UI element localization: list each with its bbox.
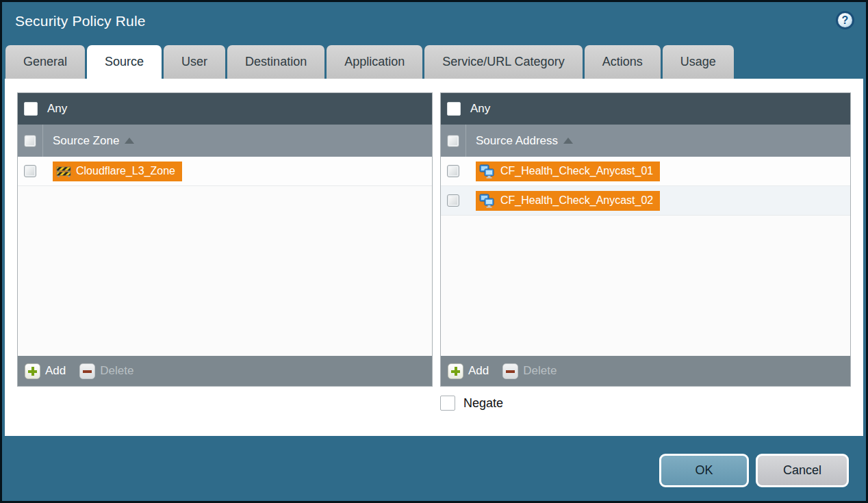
ok-button[interactable]: OK bbox=[659, 454, 749, 487]
delete-zone-button[interactable]: Delete bbox=[66, 363, 133, 379]
source-address-select-all-checkbox[interactable] bbox=[447, 135, 459, 147]
row-checkbox[interactable] bbox=[447, 165, 459, 177]
source-zone-list: Cloudflare_L3_Zone bbox=[18, 157, 432, 356]
address-name: CF_Health_Check_Anycast_01 bbox=[500, 165, 653, 177]
source-address-column-label[interactable]: Source Address bbox=[476, 134, 558, 148]
address-icon bbox=[479, 164, 496, 179]
tab-general[interactable]: General bbox=[5, 45, 85, 79]
tab-application[interactable]: Application bbox=[327, 45, 422, 79]
zone-chip[interactable]: Cloudflare_L3_Zone bbox=[53, 162, 182, 181]
tab-bar: General Source User Destination Applicat… bbox=[5, 45, 734, 79]
list-item[interactable]: CF_Health_Check_Anycast_02 bbox=[441, 186, 850, 216]
source-address-any-label: Any bbox=[470, 102, 490, 116]
minus-icon bbox=[502, 363, 518, 379]
source-zone-any-label: Any bbox=[47, 102, 67, 116]
add-address-button[interactable]: Add bbox=[448, 363, 489, 379]
source-zone-select-all-checkbox[interactable] bbox=[24, 135, 36, 147]
list-item[interactable]: Cloudflare_L3_Zone bbox=[18, 157, 432, 186]
column-divider bbox=[465, 125, 466, 157]
source-address-panel: Any Source Address bbox=[440, 92, 851, 387]
add-zone-button[interactable]: Add bbox=[25, 363, 66, 379]
address-icon bbox=[479, 194, 496, 208]
source-zone-toolbar: Add Delete bbox=[18, 356, 432, 386]
source-address-toolbar: Add Delete bbox=[441, 356, 850, 386]
sort-ascending-icon[interactable] bbox=[125, 138, 134, 144]
address-chip[interactable]: CF_Health_Check_Anycast_02 bbox=[476, 191, 660, 211]
source-zone-column-label[interactable]: Source Zone bbox=[53, 134, 119, 148]
source-zone-any-checkbox[interactable] bbox=[24, 102, 38, 116]
source-address-column-header: Source Address bbox=[441, 125, 850, 157]
plus-icon bbox=[25, 363, 40, 379]
cancel-button[interactable]: Cancel bbox=[756, 454, 849, 487]
list-item[interactable]: CF_Health_Check_Anycast_01 bbox=[441, 157, 850, 186]
source-tab-content: Any Source Zone bbox=[5, 79, 863, 436]
delete-label: Delete bbox=[100, 364, 133, 378]
tab-usage[interactable]: Usage bbox=[663, 45, 734, 79]
column-divider bbox=[42, 125, 43, 157]
source-zone-panel: Any Source Zone bbox=[17, 92, 433, 387]
zone-name: Cloudflare_L3_Zone bbox=[76, 165, 175, 177]
tab-service-url-category[interactable]: Service/URL Category bbox=[424, 45, 582, 79]
address-name: CF_Health_Check_Anycast_02 bbox=[500, 194, 653, 207]
tab-actions[interactable]: Actions bbox=[585, 45, 661, 79]
zone-icon bbox=[56, 164, 71, 178]
negate-row: Negate bbox=[440, 396, 503, 411]
add-label: Add bbox=[45, 364, 66, 378]
source-address-list: CF_Health_Check_Anycast_01 bbox=[441, 157, 850, 356]
plus-icon bbox=[448, 363, 463, 379]
source-address-any-row: Any bbox=[441, 93, 850, 125]
minus-icon bbox=[79, 363, 95, 379]
source-address-any-checkbox[interactable] bbox=[447, 102, 461, 116]
negate-label: Negate bbox=[463, 396, 503, 411]
help-icon[interactable]: ? bbox=[836, 11, 854, 29]
address-chip[interactable]: CF_Health_Check_Anycast_01 bbox=[476, 162, 660, 181]
delete-address-button[interactable]: Delete bbox=[489, 363, 557, 379]
row-checkbox[interactable] bbox=[24, 165, 36, 177]
tab-source[interactable]: Source bbox=[87, 45, 162, 79]
dialog-titlebar: Security Policy Rule ? bbox=[2, 2, 866, 45]
dialog-title: Security Policy Rule bbox=[15, 13, 146, 29]
add-label: Add bbox=[468, 364, 489, 378]
negate-checkbox[interactable] bbox=[440, 396, 455, 411]
tab-user[interactable]: User bbox=[164, 45, 225, 79]
security-policy-rule-dialog: Security Policy Rule ? General Source Us… bbox=[2, 2, 866, 501]
source-zone-any-row: Any bbox=[18, 93, 432, 125]
sort-ascending-icon[interactable] bbox=[563, 138, 573, 144]
row-checkbox[interactable] bbox=[447, 194, 459, 207]
source-zone-column-header: Source Zone bbox=[18, 125, 432, 157]
delete-label: Delete bbox=[523, 364, 557, 378]
tab-destination[interactable]: Destination bbox=[227, 45, 324, 79]
